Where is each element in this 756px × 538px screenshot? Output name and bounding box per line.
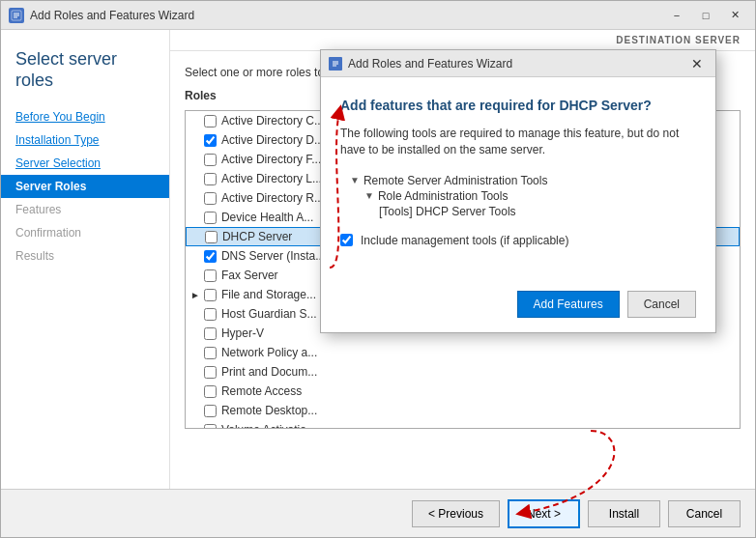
role-checkbox-ad-cert[interactable]: [204, 115, 217, 127]
role-checkbox-dhcp[interactable]: [205, 231, 218, 243]
role-checkbox-ad-rms[interactable]: [204, 192, 217, 205]
cancel-button[interactable]: Cancel: [668, 500, 741, 527]
maximize-button[interactable]: □: [693, 7, 718, 24]
modal-description: The following tools are required to mana…: [340, 126, 696, 158]
role-checkbox-remote-desktop[interactable]: [204, 405, 217, 417]
role-checkbox-ad-fs[interactable]: [204, 154, 217, 166]
sidebar-item-installation-type[interactable]: Installation Type: [1, 128, 169, 152]
main-window: Add Roles and Features Wizard − □ ✕ Sele…: [0, 0, 756, 538]
modal-icon: [329, 57, 342, 71]
modal-cancel-button[interactable]: Cancel: [627, 291, 696, 318]
role-label-print-doc: Print and Docum...: [221, 365, 317, 379]
sidebar-item-confirmation: Confirmation: [1, 221, 169, 244]
role-checkbox-volume-activation[interactable]: [204, 424, 217, 430]
role-label-ad-lds: Active Directory L...: [221, 172, 322, 185]
role-label-ad-rms: Active Directory R...: [221, 191, 324, 205]
tree-item-2: [Tools] DHCP Server Tools: [379, 204, 696, 219]
role-label-ad-cert: Active Directory C...: [221, 114, 324, 127]
previous-button[interactable]: < Previous: [412, 500, 500, 527]
close-button[interactable]: ✕: [722, 7, 747, 24]
role-label-network-policy: Network Policy a...: [221, 346, 317, 359]
sidebar-item-server-roles[interactable]: Server Roles: [1, 175, 169, 198]
window-controls: − □ ✕: [664, 7, 747, 24]
bottom-bar: < Previous Next > Install Cancel: [1, 489, 755, 537]
role-label-ad-ds: Active Directory D...: [221, 133, 324, 147]
role-checkbox-device-health[interactable]: [204, 212, 217, 224]
role-checkbox-ad-ds[interactable]: [204, 134, 217, 147]
add-features-button[interactable]: Add Features: [517, 291, 620, 318]
destination-server-label: DESTINATION SERVER: [170, 30, 755, 51]
window-title: Add Roles and Features Wizard: [30, 9, 664, 22]
install-button[interactable]: Install: [588, 500, 660, 527]
modal-heading: Add features that are required for DHCP …: [340, 97, 696, 114]
sidebar-item-features: Features: [1, 198, 169, 221]
sidebar-item-results: Results: [1, 244, 169, 268]
expand-arrow-file-storage: ►: [190, 290, 200, 300]
minimize-button[interactable]: −: [664, 7, 689, 24]
role-label-hyper-v: Hyper-V: [221, 326, 264, 340]
modal-checkbox-label: Include management tools (if applicable): [361, 234, 568, 247]
role-item-print-doc[interactable]: ►Print and Docum...: [186, 362, 740, 382]
role-item-remote-access[interactable]: ►Remote Access: [186, 382, 740, 401]
role-label-ad-fs: Active Directory F...: [221, 153, 321, 166]
modal-dialog: Add Roles and Features Wizard ✕ Add feat…: [320, 49, 716, 333]
tree-arrow-1: ▼: [364, 190, 374, 201]
role-label-remote-desktop: Remote Desktop...: [221, 404, 317, 417]
role-checkbox-network-policy[interactable]: [204, 347, 217, 359]
next-button[interactable]: Next >: [508, 499, 580, 528]
include-management-tools-checkbox[interactable]: [340, 234, 353, 246]
role-label-remote-access: Remote Access: [221, 384, 302, 398]
window-icon: [9, 8, 24, 23]
sidebar-header: Select server roles: [1, 44, 169, 105]
tree-label-0: Remote Server Administration Tools: [363, 174, 548, 187]
modal-tree: ▼ Remote Server Administration Tools ▼ R…: [350, 173, 696, 219]
role-label-host-guardian: Host Guardian S...: [221, 307, 317, 321]
role-label-file-storage: File and Storage...: [221, 288, 316, 301]
role-checkbox-file-storage[interactable]: [204, 289, 217, 301]
modal-title: Add Roles and Features Wizard: [348, 57, 686, 71]
sidebar: Select server roles Before You Begin Ins…: [1, 30, 170, 489]
role-checkbox-fax[interactable]: [204, 269, 217, 282]
modal-checkbox-row[interactable]: Include management tools (if applicable): [340, 234, 696, 247]
tree-label-2: [Tools] DHCP Server Tools: [379, 205, 516, 218]
role-label-dhcp: DHCP Server: [222, 230, 292, 243]
role-item-network-policy[interactable]: ►Network Policy a...: [186, 343, 740, 362]
modal-footer: Add Features Cancel: [321, 281, 715, 332]
tree-arrow-0: ▼: [350, 175, 360, 185]
modal-close-button[interactable]: ✕: [686, 55, 708, 72]
role-checkbox-hyper-v[interactable]: [204, 327, 217, 340]
tree-item-0: ▼ Remote Server Administration Tools: [350, 173, 696, 188]
modal-title-bar: Add Roles and Features Wizard ✕: [321, 50, 715, 77]
role-checkbox-dns[interactable]: [204, 250, 217, 263]
role-item-volume-activation[interactable]: ►Volume Activatio...: [186, 420, 740, 429]
role-checkbox-ad-lds[interactable]: [204, 173, 217, 185]
sidebar-item-before-you-begin[interactable]: Before You Begin: [1, 105, 169, 128]
role-label-volume-activation: Volume Activatio...: [221, 423, 316, 429]
role-label-dns: DNS Server (Insta...: [221, 249, 325, 263]
title-bar: Add Roles and Features Wizard − □ ✕: [1, 1, 755, 30]
role-item-remote-desktop[interactable]: ►Remote Desktop...: [186, 401, 740, 420]
role-label-device-health: Device Health A...: [221, 211, 313, 224]
role-checkbox-remote-access[interactable]: [204, 385, 217, 398]
tree-item-1: ▼ Role Administration Tools: [364, 188, 696, 204]
role-checkbox-host-guardian[interactable]: [204, 308, 217, 321]
tree-label-1: Role Administration Tools: [378, 189, 509, 203]
role-checkbox-print-doc[interactable]: [204, 366, 217, 379]
role-label-fax: Fax Server: [221, 269, 278, 282]
modal-body: Add features that are required for DHCP …: [321, 77, 715, 281]
sidebar-item-server-selection[interactable]: Server Selection: [1, 152, 169, 175]
